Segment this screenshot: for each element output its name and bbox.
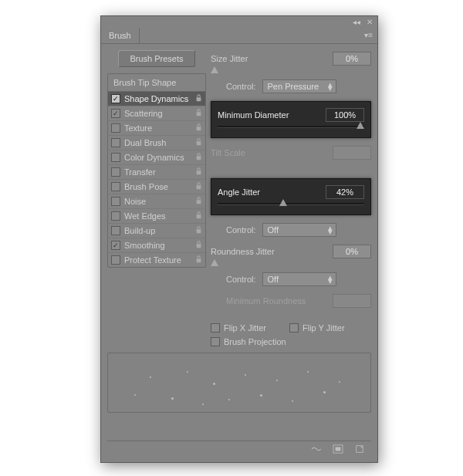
checkbox-icon[interactable] (111, 241, 120, 250)
brush-projection-label: Brush Projection (224, 337, 286, 346)
chevron-updown-icon: ▴▾ (328, 83, 333, 90)
size-jitter-label: Size Jitter (211, 54, 333, 63)
option-dual-brush[interactable]: Dual Brush (108, 136, 205, 150)
option-transfer[interactable]: Transfer (108, 165, 205, 180)
toggle-preview-icon[interactable] (311, 444, 322, 455)
angle-jitter-control-dropdown[interactable]: Off ▴▾ (262, 223, 336, 237)
tab-brush[interactable]: Brush (101, 28, 140, 43)
option-protect-texture[interactable]: Protect Texture (108, 253, 205, 267)
lock-icon[interactable] (194, 197, 202, 206)
roundness-jitter-control-dropdown[interactable]: Off ▴▾ (262, 272, 336, 286)
option-label: Texture (124, 123, 191, 133)
svg-rect-1 (196, 112, 201, 116)
size-jitter-value[interactable]: 0% (333, 52, 371, 66)
lock-icon[interactable] (194, 94, 202, 103)
panel-menu-icon[interactable]: ▾≡ (360, 31, 377, 39)
minimum-roundness-slider (211, 308, 371, 317)
option-label: Dual Brush (124, 138, 191, 147)
lock-icon[interactable] (194, 123, 202, 133)
svg-rect-3 (196, 141, 201, 145)
new-preset-icon[interactable] (333, 444, 343, 455)
collapse-icon[interactable]: ◂◂ (353, 18, 360, 26)
size-jitter-control-dropdown[interactable]: Pen Pressure ▴▾ (262, 79, 336, 93)
checkbox-icon[interactable] (111, 123, 120, 133)
checkbox-icon[interactable] (111, 138, 120, 147)
lock-icon[interactable] (194, 211, 202, 221)
angle-jitter-control-label: Control: (226, 225, 256, 235)
roundness-jitter-control-row: Control: Off ▴▾ (211, 272, 371, 286)
svg-rect-2 (196, 127, 201, 130)
tilt-scale-value (333, 146, 371, 160)
lock-icon[interactable] (194, 182, 202, 191)
option-noise[interactable]: Noise (108, 194, 205, 209)
angle-jitter-block: Angle Jitter 42% (211, 178, 371, 215)
lock-icon[interactable] (194, 167, 202, 177)
brush-presets-button[interactable]: Brush Presets (118, 50, 195, 67)
checkbox-icon[interactable] (111, 167, 120, 177)
option-label: Shape Dynamics (124, 94, 191, 103)
minimum-diameter-slider[interactable] (218, 122, 364, 133)
svg-rect-7 (196, 200, 201, 204)
roundness-jitter-control-label: Control: (226, 275, 256, 284)
option-scattering[interactable]: Scattering (108, 106, 205, 121)
close-icon[interactable]: ✕ (367, 18, 373, 26)
angle-jitter-control-row: Control: Off ▴▾ (211, 223, 371, 237)
flip-x-jitter-checkbox[interactable]: Flip X Jitter (211, 323, 266, 333)
tab-row: Brush ▾≡ (101, 27, 377, 44)
roundness-jitter-control-value: Off (268, 275, 279, 284)
option-label: Brush Pose (124, 182, 191, 191)
brush-tip-shape-header[interactable]: Brush Tip Shape (108, 74, 205, 92)
brush-stroke-preview (107, 353, 371, 413)
flip-y-jitter-label: Flip Y Jitter (302, 323, 345, 333)
svg-rect-13 (336, 447, 341, 451)
minimum-roundness-value (333, 294, 371, 308)
option-brush-pose[interactable]: Brush Pose (108, 180, 205, 194)
tilt-scale-slider (211, 160, 371, 169)
svg-rect-5 (196, 170, 201, 174)
checkbox-icon[interactable] (111, 94, 120, 103)
option-build-up[interactable]: Build-up (108, 224, 205, 238)
checkbox-icon[interactable] (111, 211, 120, 221)
option-label: Noise (124, 197, 191, 206)
svg-rect-10 (196, 244, 201, 248)
minimum-diameter-label: Minimum Diameter (218, 110, 326, 120)
lock-icon[interactable] (194, 226, 202, 235)
checkbox-icon[interactable] (111, 109, 120, 118)
option-shape-dynamics[interactable]: Shape Dynamics (108, 92, 205, 106)
option-label: Smoothing (124, 241, 191, 250)
checkbox-icon (289, 323, 299, 333)
roundness-jitter-slider[interactable] (211, 258, 371, 268)
checkbox-icon[interactable] (111, 182, 120, 191)
flip-y-jitter-checkbox[interactable]: Flip Y Jitter (289, 323, 345, 333)
checkbox-icon[interactable] (111, 255, 120, 265)
option-label: Scattering (124, 109, 191, 118)
size-jitter-control-row: Control: Pen Pressure ▴▾ (211, 79, 371, 93)
angle-jitter-control-value: Off (268, 225, 279, 235)
lock-icon[interactable] (194, 241, 202, 250)
angle-jitter-value[interactable]: 42% (326, 185, 364, 199)
option-wet-edges[interactable]: Wet Edges (108, 209, 205, 224)
roundness-jitter-row: Roundness Jitter 0% (211, 245, 371, 258)
checkbox-icon[interactable] (111, 226, 120, 235)
minimum-roundness-label: Minimum Roundness (211, 296, 333, 306)
checkbox-icon (211, 323, 220, 333)
roundness-jitter-value[interactable]: 0% (333, 245, 371, 258)
svg-rect-11 (196, 258, 201, 262)
size-jitter-slider[interactable] (211, 66, 371, 75)
svg-rect-0 (196, 97, 201, 101)
angle-jitter-slider[interactable] (218, 199, 364, 210)
chevron-updown-icon: ▴▾ (328, 275, 333, 283)
option-color-dynamics[interactable]: Color Dynamics (108, 150, 205, 165)
document-icon[interactable] (354, 444, 365, 455)
lock-icon[interactable] (194, 109, 202, 118)
lock-icon[interactable] (194, 255, 202, 265)
checkbox-icon[interactable] (111, 197, 120, 206)
minimum-diameter-value[interactable]: 100% (326, 108, 364, 122)
option-smoothing[interactable]: Smoothing (108, 238, 205, 253)
brush-projection-checkbox[interactable]: Brush Projection (211, 337, 371, 346)
option-texture[interactable]: Texture (108, 121, 205, 136)
lock-icon[interactable] (194, 138, 202, 147)
lock-icon[interactable] (194, 153, 202, 162)
checkbox-icon[interactable] (111, 153, 120, 162)
tilt-scale-label: Tilt Scale (211, 148, 333, 157)
